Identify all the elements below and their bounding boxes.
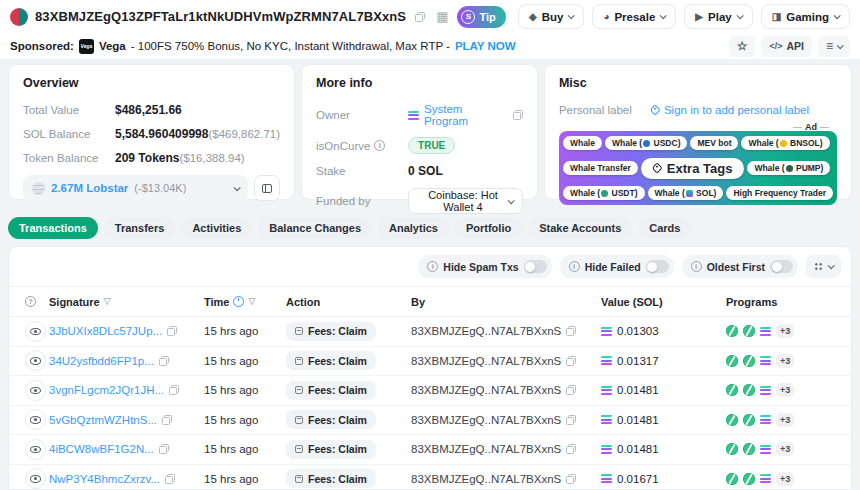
program-icon[interactable] [743, 384, 755, 396]
signature-link[interactable]: NwP3Y4BhmcZxrzv... [49, 473, 160, 485]
oldest-first-toggle[interactable]: i Oldest First [682, 255, 798, 278]
program-icon[interactable] [743, 355, 755, 367]
owner-link[interactable]: System Program [424, 103, 508, 127]
program-icon[interactable] [743, 443, 755, 455]
copy-icon[interactable] [566, 444, 576, 454]
program-icon[interactable] [743, 473, 755, 485]
nav-play-button[interactable]: Play [684, 4, 752, 29]
copy-icon[interactable] [159, 444, 169, 454]
program-icon[interactable] [726, 355, 738, 367]
copy-icon[interactable] [159, 356, 169, 366]
preview-transaction-button[interactable] [25, 321, 46, 342]
copy-icon[interactable] [162, 415, 172, 425]
tag-row: Whale TransferExtra TagsWhale ( PUMP) [563, 158, 833, 179]
program-icon[interactable] [726, 384, 738, 396]
program-icon[interactable] [726, 325, 738, 337]
program-icon[interactable] [743, 325, 755, 337]
program-solana-icon[interactable] [760, 356, 771, 365]
tag-pill[interactable]: Whale Transfer [563, 161, 638, 175]
signature-link[interactable]: 3JbUXIx8DLc57JUp... [49, 325, 162, 337]
copy-address-button[interactable] [413, 10, 427, 24]
clock-icon[interactable] [233, 296, 244, 307]
preview-transaction-button[interactable] [25, 409, 46, 430]
tab-stake-accounts[interactable]: Stake Accounts [528, 217, 632, 239]
filter-funnel-icon[interactable]: ▽ [248, 297, 255, 306]
program-icon[interactable] [726, 473, 738, 485]
copy-icon[interactable] [566, 415, 576, 425]
copy-icon[interactable] [165, 474, 175, 484]
nav-buy-button[interactable]: Buy [518, 4, 584, 29]
tab-transfers[interactable]: Transfers [104, 217, 176, 239]
signature-link[interactable]: 5vGbQztmWZHtnS... [49, 414, 157, 426]
nav-presale-button[interactable]: Presale [592, 4, 676, 29]
program-icon[interactable] [743, 414, 755, 426]
tab-label: Transactions [19, 222, 87, 234]
stake-value: 0 SOL [408, 164, 443, 178]
eye-icon [30, 387, 41, 395]
sol-icon [601, 474, 612, 483]
filter-funnel-icon[interactable]: ▽ [104, 297, 111, 306]
toggle-switch[interactable] [524, 260, 547, 273]
tag-pill[interactable]: Whale [563, 136, 602, 150]
qr-code-button[interactable]: ▦ [434, 8, 450, 25]
view-options-button[interactable]: ≡ [818, 36, 850, 57]
tab-analytics[interactable]: Analytics [378, 217, 449, 239]
tip-button[interactable]: S Tip [457, 6, 505, 28]
hide-spam-toggle[interactable]: i Hide Spam Txs [418, 255, 551, 278]
action-badge: Fees: Claim [286, 381, 376, 400]
toggle-switch[interactable] [646, 260, 669, 273]
program-solana-icon[interactable] [760, 445, 771, 454]
copy-icon[interactable] [566, 474, 576, 484]
program-icon[interactable] [726, 414, 738, 426]
copy-icon[interactable] [167, 326, 177, 336]
toggle-switch[interactable] [770, 260, 793, 273]
tab-portfolio[interactable]: Portfolio [455, 217, 522, 239]
table-settings-button[interactable] [806, 255, 841, 278]
portfolio-panel-button[interactable] [254, 175, 280, 201]
tag-pill[interactable]: Whale ( USDC) [605, 136, 688, 150]
program-solana-icon[interactable] [760, 327, 771, 336]
sign-in-label-link[interactable]: Sign in to add personal label [651, 104, 809, 116]
signature-link[interactable]: 4iBCW8wBF1G2N... [49, 443, 154, 455]
tab-cards[interactable]: Cards [638, 217, 691, 239]
favorite-button[interactable]: ☆ [729, 36, 756, 57]
total-value: $486,251.66 [115, 103, 182, 117]
tag-pill[interactable]: MEV bot [690, 136, 738, 150]
preview-transaction-button[interactable] [25, 468, 46, 489]
program-solana-icon[interactable] [760, 474, 771, 483]
copy-icon[interactable] [169, 385, 179, 395]
copy-icon[interactable] [566, 385, 576, 395]
nav-gaming-button[interactable]: Gaming [761, 4, 850, 29]
token-balance-label: Token Balance [23, 152, 115, 164]
copy-icon[interactable] [566, 356, 576, 366]
preview-transaction-button[interactable] [25, 380, 46, 401]
tab-transactions[interactable]: Transactions [8, 217, 98, 239]
tag-pill[interactable]: Whale ( USDT) [563, 186, 645, 200]
hide-failed-toggle[interactable]: i Hide Failed [560, 255, 674, 278]
signature-link[interactable]: 3vgnFLgcm2JQr1JH... [49, 384, 164, 396]
tag-pill[interactable]: Whale ( PUMP) [747, 161, 830, 175]
tx-value: 0.01481 [617, 384, 659, 396]
program-solana-icon[interactable] [760, 386, 771, 395]
program-icon[interactable] [726, 443, 738, 455]
token-selector[interactable]: 2.67M Lobstar (-$13.04K) [23, 175, 248, 201]
program-solana-icon[interactable] [760, 415, 771, 424]
qr-code-icon: ▦ [436, 10, 448, 23]
tab-balance-changes[interactable]: Balance Changes [258, 217, 372, 239]
funded-by-label: Funded by [316, 195, 408, 207]
tab-activities[interactable]: Activities [181, 217, 252, 239]
tag-pill[interactable]: Whale ( BNSOL) [741, 136, 829, 150]
play-now-link[interactable]: PLAY NOW [455, 40, 516, 52]
tag-pill[interactable]: Whale ( SOL) [648, 186, 724, 200]
extra-tags-pill[interactable]: Extra Tags [641, 158, 745, 179]
tags-banner[interactable]: WhaleWhale ( USDC)MEV botWhale ( BNSOL)W… [559, 131, 837, 205]
funded-by-select[interactable]: Coinbase: Hot Wallet 4 [408, 188, 523, 214]
api-button[interactable]: </> API [761, 36, 812, 57]
preview-transaction-button[interactable] [25, 439, 46, 460]
copy-icon[interactable] [513, 110, 523, 120]
sol-balance: 5,584.960409998 [115, 127, 208, 141]
signature-link[interactable]: 34U2ysfbdd6FP1p... [49, 355, 154, 367]
tag-pill[interactable]: High Frequency Trader [726, 186, 833, 200]
preview-transaction-button[interactable] [25, 350, 46, 371]
copy-icon[interactable] [566, 326, 576, 336]
